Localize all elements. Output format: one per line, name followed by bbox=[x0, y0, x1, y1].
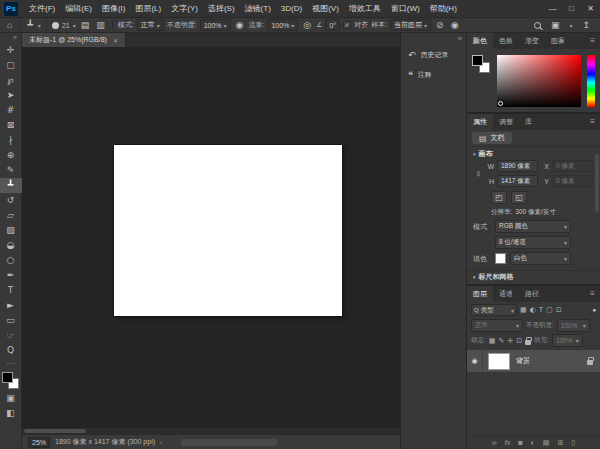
adjustment-layer-icon[interactable]: ◐ bbox=[531, 439, 535, 446]
tool-preset-icon[interactable]: ┻ bbox=[25, 19, 34, 32]
sample-select[interactable]: 当前图层 ▾ bbox=[390, 19, 431, 31]
crop-canvas-button[interactable]: ◰ bbox=[491, 191, 507, 204]
panel-menu-icon[interactable]: ≡ bbox=[590, 286, 600, 302]
fill-color-swatch[interactable] bbox=[495, 253, 506, 264]
zoom-level-input[interactable]: 25% bbox=[28, 437, 50, 448]
foreground-color-swatch[interactable] bbox=[2, 372, 13, 383]
menu-plugins[interactable]: 增效工具 bbox=[344, 0, 386, 18]
menu-image[interactable]: 图像(I) bbox=[97, 0, 131, 18]
menu-3d[interactable]: 3D(D) bbox=[276, 0, 307, 18]
chevron-down-icon[interactable]: ▾ bbox=[569, 22, 572, 29]
canvas-section-header[interactable]: ▾ 画布 bbox=[467, 147, 600, 160]
filter-type-layers-icon[interactable]: T bbox=[539, 306, 543, 314]
color-mode-select[interactable]: RGB 颜色 ▾ bbox=[495, 220, 571, 233]
tool-clone-stamp[interactable]: ┻ bbox=[0, 178, 22, 193]
tool-pen[interactable]: ✒ bbox=[0, 268, 22, 283]
panel-scrollbar[interactable] bbox=[595, 154, 599, 212]
tab-patterns[interactable]: 图案 bbox=[545, 33, 571, 49]
trim-canvas-button[interactable]: ◱ bbox=[511, 191, 527, 204]
bit-depth-select[interactable]: 8 位/通道 ▾ bbox=[495, 236, 571, 249]
document-tab[interactable]: 未标题-1 @ 25%(RGB/8) ✕ bbox=[22, 33, 126, 47]
tool-brush[interactable]: ✎ bbox=[0, 163, 22, 178]
angle-input[interactable]: 0° bbox=[325, 19, 340, 31]
panel-menu-icon[interactable]: ≡ bbox=[590, 33, 600, 49]
filter-adjustment-layers-icon[interactable]: ◐ bbox=[530, 306, 536, 314]
filter-toggle-icon[interactable]: ● bbox=[592, 307, 596, 313]
chevron-right-icon[interactable]: › bbox=[160, 439, 162, 445]
tool-eraser[interactable]: ▱ bbox=[0, 208, 22, 223]
foreground-color-swatch[interactable] bbox=[472, 55, 483, 66]
tool-crop[interactable]: # bbox=[0, 103, 22, 118]
tab-gradients[interactable]: 渐变 bbox=[519, 33, 545, 49]
layer-blend-mode-select[interactable]: 正常 ▾ bbox=[471, 319, 523, 332]
tool-path-selection[interactable]: ► bbox=[0, 298, 22, 313]
tool-type[interactable]: T bbox=[0, 283, 22, 298]
pressure-size-icon[interactable]: ◉ bbox=[449, 19, 461, 32]
maximize-button[interactable]: □ bbox=[562, 0, 581, 18]
tool-object-selection[interactable]: ➤ bbox=[0, 88, 22, 103]
background-lock-icon[interactable] bbox=[587, 360, 593, 365]
menu-help[interactable]: 帮助(H) bbox=[425, 0, 462, 18]
tool-blur[interactable]: ◒ bbox=[0, 238, 22, 253]
history-panel-button[interactable]: ↶ 历史记录 bbox=[401, 45, 466, 65]
height-input[interactable]: 1417 像素 bbox=[497, 175, 538, 187]
clone-source-panel-icon[interactable]: ▥ bbox=[94, 19, 107, 32]
home-icon[interactable]: ⌂ bbox=[5, 19, 14, 32]
tab-swatches[interactable]: 色板 bbox=[493, 33, 519, 49]
brush-tip-icon[interactable] bbox=[52, 22, 59, 29]
menu-view[interactable]: 视图(V) bbox=[307, 0, 344, 18]
lock-position-icon[interactable]: ✛ bbox=[507, 337, 513, 345]
lock-transparency-icon[interactable]: ▦ bbox=[489, 337, 496, 345]
flow-select[interactable]: 100% ▾ bbox=[267, 19, 298, 31]
canvas-fill-select[interactable]: 白色 ▾ bbox=[510, 252, 571, 265]
new-group-icon[interactable]: ▤ bbox=[543, 439, 550, 447]
tab-color[interactable]: 颜色 bbox=[467, 33, 493, 49]
hue-slider[interactable] bbox=[587, 55, 595, 107]
tool-rectangular-marquee[interactable]: ▢ bbox=[0, 58, 22, 73]
panel-menu-icon[interactable]: ≡ bbox=[590, 114, 600, 130]
tool-eyedropper[interactable]: ∤ bbox=[0, 133, 22, 148]
document-canvas[interactable] bbox=[114, 145, 342, 316]
add-mask-icon[interactable]: ◙ bbox=[518, 439, 522, 446]
menu-select[interactable]: 选择(S) bbox=[203, 0, 240, 18]
blend-mode-select[interactable]: 正常 ▾ bbox=[137, 19, 164, 31]
brush-settings-panel-icon[interactable]: ▤ bbox=[79, 19, 92, 32]
menu-edit[interactable]: 编辑(E) bbox=[60, 0, 97, 18]
quick-mask-icon[interactable]: ▣ bbox=[0, 391, 22, 406]
color-picker-marker[interactable] bbox=[498, 101, 503, 106]
rulers-grids-section-header[interactable]: ▾ 标尺和网格 bbox=[467, 270, 600, 283]
share-icon[interactable]: ↥ bbox=[580, 19, 592, 32]
width-input[interactable]: 1890 像素 bbox=[497, 160, 538, 172]
tab-layers[interactable]: 图层 bbox=[467, 286, 493, 302]
tab-libraries[interactable]: 库 bbox=[519, 114, 538, 130]
menu-file[interactable]: 文件(F) bbox=[24, 0, 60, 18]
tool-zoom[interactable]: Q bbox=[0, 343, 22, 358]
tool-spot-healing-brush[interactable]: ⊕ bbox=[0, 148, 22, 163]
delete-layer-icon[interactable]: ▯ bbox=[571, 439, 575, 447]
ignore-adjustment-layers-icon[interactable]: ⊘ bbox=[434, 19, 446, 32]
menu-layer[interactable]: 图层(L) bbox=[130, 0, 166, 18]
notes-panel-button[interactable]: ❝ 注释 bbox=[401, 65, 466, 85]
tool-gradient[interactable]: ▨ bbox=[0, 223, 22, 238]
minimize-button[interactable]: — bbox=[543, 0, 562, 18]
link-layers-icon[interactable]: ∞ bbox=[492, 439, 497, 446]
airbrush-icon[interactable]: ◎ bbox=[301, 19, 313, 32]
document-chip[interactable]: ▤ 文档 bbox=[472, 132, 512, 144]
tab-paths[interactable]: 路径 bbox=[519, 286, 545, 302]
collapse-toolbar-icon[interactable]: » bbox=[13, 33, 21, 43]
menu-window[interactable]: 窗口(W) bbox=[386, 0, 425, 18]
edit-toolbar-icon[interactable]: ⋯ bbox=[7, 358, 15, 369]
new-layer-icon[interactable]: ⊞ bbox=[557, 439, 563, 447]
menu-filter[interactable]: 滤镜(T) bbox=[240, 0, 276, 18]
filter-pixel-layers-icon[interactable]: ▦ bbox=[520, 306, 527, 314]
layer-opacity-select[interactable]: 100% ▾ bbox=[557, 319, 590, 332]
filter-shape-layers-icon[interactable]: ▢ bbox=[546, 306, 553, 314]
tab-properties[interactable]: 属性 bbox=[467, 114, 493, 130]
link-dimensions-icon[interactable]: ∞ bbox=[474, 169, 483, 179]
menu-type[interactable]: 文字(Y) bbox=[166, 0, 203, 18]
tool-history-brush[interactable]: ↺ bbox=[0, 193, 22, 208]
horizontal-scrollbar[interactable] bbox=[22, 428, 400, 434]
scrollbar-thumb[interactable] bbox=[24, 429, 86, 433]
chevron-down-icon[interactable]: ▾ bbox=[73, 22, 76, 29]
lock-artboard-icon[interactable]: ⊡ bbox=[516, 337, 522, 345]
